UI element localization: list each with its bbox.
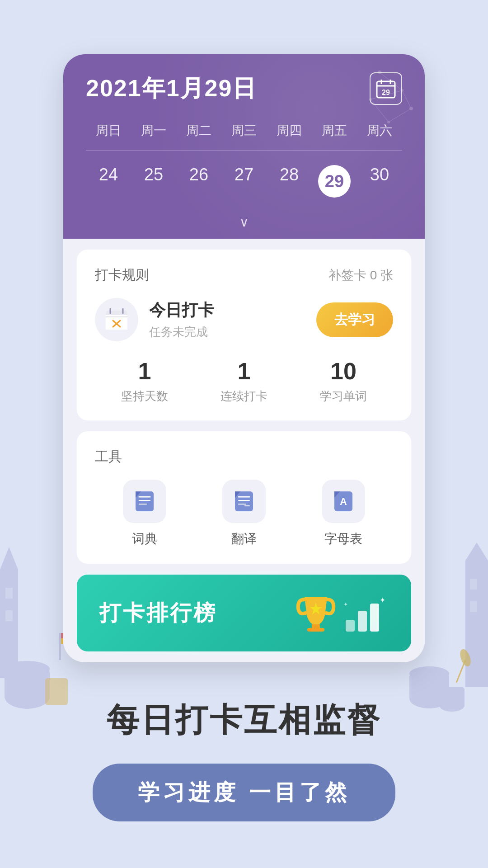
checkin-card-header: 打卡规则 补签卡 0 张 bbox=[95, 266, 393, 284]
svg-marker-4 bbox=[0, 547, 18, 570]
svg-rect-8 bbox=[59, 633, 61, 660]
date-25[interactable]: 25 bbox=[131, 158, 176, 205]
persist-days-label: 坚持天数 bbox=[95, 388, 194, 404]
svg-rect-15 bbox=[474, 660, 484, 687]
dictionary-label: 词典 bbox=[132, 530, 157, 547]
tools-title: 工具 bbox=[95, 448, 393, 466]
svg-rect-3 bbox=[0, 570, 18, 678]
week-label-sun: 周日 bbox=[86, 118, 131, 143]
svg-point-18 bbox=[409, 666, 449, 681]
svg-rect-7 bbox=[45, 678, 68, 705]
words-label: 学习单词 bbox=[294, 388, 393, 404]
svg-rect-63 bbox=[370, 604, 379, 632]
tools-card: 工具 词典 bbox=[77, 431, 411, 564]
go-study-button[interactable]: 去学习 bbox=[316, 302, 393, 337]
svg-rect-20 bbox=[439, 687, 465, 706]
stats-row: 1 坚持天数 1 连续打卡 10 学习单词 bbox=[95, 358, 393, 404]
streak-num: 1 bbox=[194, 358, 294, 385]
svg-rect-59 bbox=[307, 628, 324, 632]
svg-line-30 bbox=[402, 90, 411, 108]
checkin-row: 今日打卡 任务未完成 去学习 bbox=[95, 298, 393, 341]
translate-icon-wrap bbox=[222, 480, 266, 523]
alphabet-label: 字母表 bbox=[324, 530, 362, 547]
svg-rect-5 bbox=[5, 588, 13, 599]
checkin-calendar-icon bbox=[104, 307, 129, 332]
alphabet-icon-wrap: A bbox=[322, 480, 365, 523]
svg-rect-6 bbox=[5, 610, 13, 621]
svg-line-32 bbox=[389, 108, 411, 122]
streak-label: 连续打卡 bbox=[194, 388, 294, 404]
tools-row: 词典 bbox=[95, 480, 393, 547]
checkin-left: 今日打卡 任务未完成 bbox=[95, 298, 214, 341]
dictionary-icon bbox=[133, 490, 156, 513]
supplement-badge: 补签卡 0 张 bbox=[328, 267, 393, 284]
dictionary-icon-wrap bbox=[123, 480, 166, 523]
svg-line-29 bbox=[371, 90, 402, 99]
stat-persist-days: 1 坚持天数 bbox=[95, 358, 194, 404]
stat-streak: 1 连续打卡 bbox=[194, 358, 294, 404]
svg-text:✦: ✦ bbox=[380, 597, 385, 604]
checkin-card: 打卡规则 补签卡 0 张 bbox=[77, 250, 411, 420]
translate-icon bbox=[232, 490, 256, 513]
svg-marker-12 bbox=[465, 542, 488, 561]
svg-rect-14 bbox=[470, 601, 477, 612]
ranking-banner[interactable]: 打卡排行榜 bbox=[77, 575, 411, 651]
today-checkin-label: 今日打卡 bbox=[149, 299, 214, 321]
week-label-tue: 周二 bbox=[176, 118, 221, 143]
svg-rect-62 bbox=[358, 611, 367, 632]
svg-rect-61 bbox=[346, 620, 355, 632]
tool-alphabet[interactable]: A 字母表 bbox=[322, 480, 365, 547]
svg-text:A: A bbox=[340, 496, 347, 507]
week-label-mon: 周一 bbox=[131, 118, 176, 143]
cta-button[interactable]: 学习进度 一目了然 bbox=[93, 764, 395, 821]
date-row: 24 25 26 27 28 29 30 bbox=[86, 158, 402, 209]
stat-words: 10 学习单词 bbox=[294, 358, 393, 404]
date-29-active[interactable]: 29 bbox=[312, 158, 357, 205]
date-24[interactable]: 24 bbox=[86, 158, 131, 205]
checkin-icon-wrap bbox=[95, 298, 138, 341]
tool-translate[interactable]: 翻译 bbox=[222, 480, 266, 547]
week-label-wed: 周三 bbox=[221, 118, 267, 143]
ranking-right: ✦ ✦ bbox=[296, 593, 389, 633]
words-num: 10 bbox=[294, 358, 393, 385]
ranking-text: 打卡排行榜 bbox=[99, 599, 217, 627]
date-28[interactable]: 28 bbox=[267, 158, 312, 205]
phone-card: 2021年1月29日 29 周日 周一 周二 周三 周四 周五 周六 24 bbox=[63, 54, 425, 662]
date-26[interactable]: 26 bbox=[176, 158, 221, 205]
headline: 每日打卡互相监督 bbox=[18, 698, 470, 742]
svg-rect-13 bbox=[470, 579, 477, 590]
tool-dictionary[interactable]: 词典 bbox=[123, 480, 166, 547]
date-27[interactable]: 27 bbox=[221, 158, 267, 205]
checkin-card-title: 打卡规则 bbox=[95, 266, 149, 284]
chevron-row[interactable]: ∨ bbox=[86, 209, 402, 239]
calendar-title: 2021年1月29日 bbox=[86, 73, 257, 104]
svg-text:✦: ✦ bbox=[343, 601, 348, 608]
alphabet-icon: A bbox=[332, 490, 355, 513]
trophy-icon bbox=[296, 593, 336, 633]
svg-line-31 bbox=[371, 99, 389, 122]
calendar-header: 2021年1月29日 29 周日 周一 周二 周三 周四 周五 周六 24 bbox=[63, 54, 425, 239]
svg-line-28 bbox=[380, 72, 402, 90]
week-divider bbox=[86, 150, 402, 151]
date-30[interactable]: 30 bbox=[357, 158, 402, 205]
bar-chart-icon: ✦ ✦ bbox=[343, 597, 389, 633]
checkin-text: 今日打卡 任务未完成 bbox=[149, 299, 214, 340]
content-area: 打卡规则 补签卡 0 张 bbox=[63, 239, 425, 662]
task-status-label: 任务未完成 bbox=[149, 324, 214, 340]
chevron-down-icon[interactable]: ∨ bbox=[239, 215, 249, 229]
translate-label: 翻译 bbox=[231, 530, 257, 547]
persist-days-num: 1 bbox=[95, 358, 194, 385]
